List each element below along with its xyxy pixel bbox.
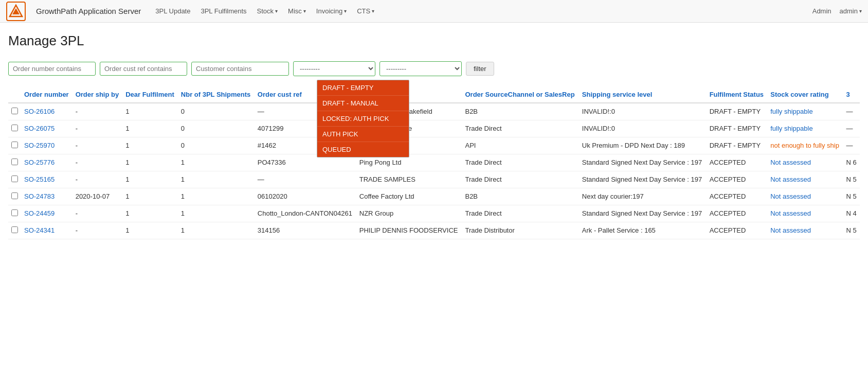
cell-col12: N 4	[843, 205, 860, 222]
order-cust-ref-input[interactable]	[100, 62, 187, 76]
cell-ship-by: -	[73, 154, 122, 171]
nav-misc[interactable]: Misc ▾	[288, 7, 306, 15]
row-checkbox-cell	[8, 120, 21, 137]
filter-button[interactable]: filter	[466, 62, 494, 76]
order-number-link[interactable]: SO-25776	[24, 159, 55, 166]
cell-col12: —	[843, 103, 860, 120]
cell-nbr-shipments: 1	[178, 154, 255, 171]
filter-select-2[interactable]: ---------	[379, 61, 462, 76]
row-checkbox[interactable]	[11, 142, 18, 148]
order-number-link[interactable]: SO-26075	[24, 125, 55, 132]
stock-dropdown-arrow: ▾	[275, 8, 278, 14]
row-checkbox[interactable]	[11, 226, 18, 233]
cell-dear-fulfilment: 1	[122, 188, 178, 205]
cell-fulfilment-status: ACCEPTED	[707, 205, 768, 222]
cell-order-number: SO-25165	[21, 171, 73, 188]
cell-order-number: SO-24459	[21, 205, 73, 222]
cell-nbr-shipments: 0	[178, 137, 255, 154]
table-row: SO-24341 - 1 1 314156 PHILIP DENNIS FOOD…	[8, 222, 860, 239]
cell-nbr-shipments: 0	[178, 103, 255, 120]
order-number-link[interactable]: SO-24459	[24, 209, 55, 217]
filter-row: DRAFT - EMPTY DRAFT - MANUAL LOCKED: AUT…	[8, 61, 860, 76]
cell-order-number: SO-26106	[21, 103, 73, 120]
nav-3pl-fulfilments[interactable]: 3PL Fulfilments	[201, 7, 246, 15]
stock-cover-link[interactable]: fully shippable	[770, 125, 812, 132]
table-row: SO-24459 - 1 1 Chotto_London-CANTON04261…	[8, 205, 860, 222]
cell-col12: N 5	[843, 171, 860, 188]
row-checkbox[interactable]	[11, 176, 18, 182]
cell-col12: —	[843, 120, 860, 137]
th-order-number: Order number	[21, 86, 73, 103]
cell-fulfilment-status: ACCEPTED	[707, 154, 768, 171]
order-number-link[interactable]: SO-24341	[24, 226, 55, 234]
cell-col12: N 6	[843, 154, 860, 171]
stock-cover-link[interactable]: Not assessed	[770, 176, 811, 183]
nav-right: Admin admin ▾	[812, 7, 862, 15]
th-dear-fulfilment: Dear Fulfilment	[122, 86, 178, 103]
stock-cover-link[interactable]: Not assessed	[770, 226, 811, 234]
row-checkbox[interactable]	[11, 159, 18, 165]
cell-stock-cover: Not assessed	[767, 171, 843, 188]
th-stock-cover: Stock cover rating	[767, 86, 843, 103]
nav-admin[interactable]: Admin	[812, 7, 831, 15]
stock-cover-link[interactable]: fully shippable	[770, 108, 812, 115]
status-option-locked-auth-pick[interactable]: LOCKED: AUTH PICK	[317, 111, 409, 127]
orders-table: Order number Order ship by Dear Fulfilme…	[8, 86, 860, 239]
cell-fulfilment-status: DRAFT - EMPTY	[707, 103, 768, 120]
stock-cover-link[interactable]: Not assessed	[770, 192, 811, 200]
order-number-link[interactable]: SO-26106	[24, 108, 55, 115]
nav-user[interactable]: admin ▾	[840, 7, 862, 15]
status-option-draft-manual[interactable]: DRAFT - MANUAL	[317, 96, 409, 111]
th-checkbox	[8, 86, 21, 103]
page-container: Manage 3PL DRAFT - EMPTY DRAFT - MANUAL …	[0, 23, 868, 250]
nav-3pl-update[interactable]: 3PL Update	[155, 7, 190, 15]
cell-stock-cover: Not assessed	[767, 188, 843, 205]
cell-stock-cover: fully shippable	[767, 120, 843, 137]
cell-shipping-service: Ark - Pallet Service : 165	[579, 222, 707, 239]
order-number-input[interactable]	[8, 62, 96, 76]
th-order-ship-by: Order ship by	[73, 86, 122, 103]
cell-stock-cover: Not assessed	[767, 205, 843, 222]
nav-stock[interactable]: Stock ▾	[257, 7, 278, 15]
order-number-link[interactable]: SO-24783	[24, 192, 55, 200]
customer-input[interactable]	[191, 62, 289, 76]
row-checkbox[interactable]	[11, 125, 18, 131]
nav-cts[interactable]: CTS ▾	[357, 7, 374, 15]
stock-cover-link[interactable]: Not assessed	[770, 209, 811, 217]
status-option-draft-empty[interactable]: DRAFT - EMPTY	[317, 80, 409, 96]
status-option-auth-pick[interactable]: AUTH PICK	[317, 127, 409, 142]
cell-dear-fulfilment: 1	[122, 120, 178, 137]
misc-dropdown-arrow: ▾	[303, 8, 306, 14]
cell-stock-cover: Not assessed	[767, 154, 843, 171]
cell-ship-by: 2020-10-07	[73, 188, 122, 205]
cell-shipping-service: Uk Premium - DPD Next Day : 189	[579, 137, 707, 154]
order-number-link[interactable]: SO-25970	[24, 142, 55, 149]
stock-cover-link[interactable]: not enough to fully ship	[770, 142, 839, 149]
nav-invoicing[interactable]: Invoicing ▾	[316, 7, 347, 15]
cell-nbr-shipments: 1	[178, 205, 255, 222]
row-checkbox-cell	[8, 188, 21, 205]
cell-shipping-service: Next day courier:197	[579, 188, 707, 205]
row-checkbox[interactable]	[11, 192, 18, 199]
status-option-queued[interactable]: QUEUED	[317, 142, 409, 157]
filter-select-1[interactable]: ---------	[293, 61, 375, 76]
cell-stock-cover: fully shippable	[767, 103, 843, 120]
cell-fulfilment-status: ACCEPTED	[707, 171, 768, 188]
cell-customer: Coffee Factory Ltd	[356, 188, 462, 205]
cell-dear-fulfilment: 1	[122, 222, 178, 239]
cell-fulfilment-status: ACCEPTED	[707, 222, 768, 239]
app-logo[interactable]	[6, 2, 26, 21]
cell-source-channel: B2B	[462, 103, 578, 120]
row-checkbox[interactable]	[11, 108, 18, 114]
cell-fulfilment-status: DRAFT - EMPTY	[707, 137, 768, 154]
cell-ship-by: -	[73, 120, 122, 137]
row-checkbox-cell	[8, 137, 21, 154]
order-number-link[interactable]: SO-25165	[24, 176, 55, 183]
cell-source-channel: Trade Direct	[462, 205, 578, 222]
stock-cover-link[interactable]: Not assessed	[770, 159, 811, 166]
cell-cust-ref: —	[255, 171, 356, 188]
page-title: Manage 3PL	[8, 33, 860, 49]
th-shipping-service: Shipping service level	[579, 86, 707, 103]
app-name: GrowthPath Application Server	[36, 7, 141, 15]
row-checkbox[interactable]	[11, 209, 18, 216]
